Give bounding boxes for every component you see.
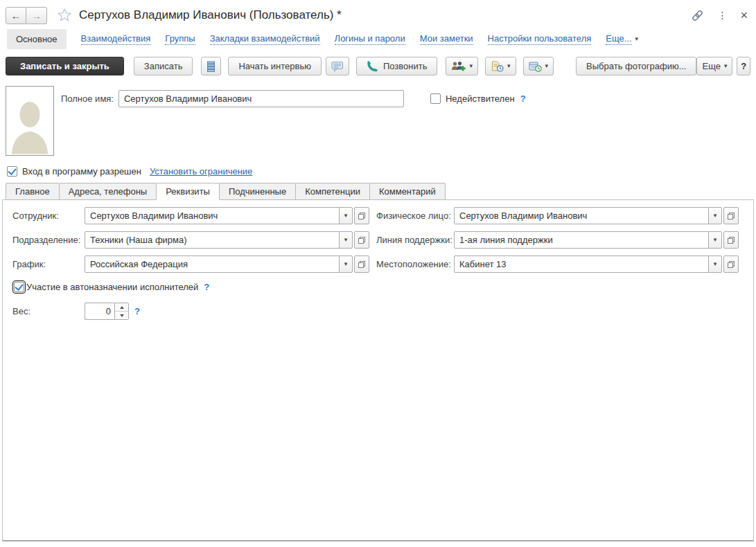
nav-item-logins-passwords[interactable]: Логины и пароли (335, 33, 405, 45)
detail-tabs: Главное Адреса, телефоны Реквизиты Подчи… (6, 183, 756, 200)
individual-open-button[interactable] (723, 207, 739, 224)
page-title: Сертухов Владимир Иванович (Пользователь… (79, 8, 342, 22)
support-line-input[interactable] (454, 231, 709, 249)
department-open-button[interactable] (354, 231, 369, 249)
save-and-close-button[interactable]: Записать и закрыть (6, 57, 124, 75)
employee-label: Сотрудник: (12, 210, 85, 221)
tab-addresses-phones[interactable]: Адреса, телефоны (59, 183, 157, 200)
chevron-down-icon: ▾ (714, 237, 717, 243)
nav-more-menu[interactable]: Еще... ▾ (606, 33, 638, 45)
interaction-list-menu-button[interactable]: ▾ (523, 57, 554, 75)
tab-comment[interactable]: Комментарий (369, 183, 446, 200)
command-bar: Записать и закрыть Записать Начать интер… (0, 50, 756, 81)
individual-input[interactable] (454, 207, 709, 224)
auto-assign-label: Участие в автоназначении исполнителей (26, 282, 198, 292)
show-in-list-button[interactable] (201, 57, 221, 75)
schedule-open-button[interactable] (354, 255, 369, 273)
weight-row: Вес: ? (12, 303, 744, 320)
window-menu-icon[interactable]: ⋮ (717, 10, 727, 20)
open-icon (358, 261, 365, 268)
triangle-up-icon (120, 306, 124, 309)
employee-select-button[interactable]: ▾ (339, 207, 353, 224)
photo-placeholder[interactable] (6, 86, 54, 156)
back-icon: ← (11, 10, 21, 21)
weight-input[interactable] (85, 303, 114, 320)
set-restriction-link[interactable]: Установить ограничение (150, 166, 252, 177)
auto-assign-checkbox[interactable] (14, 282, 24, 292)
favorite-star-icon[interactable] (57, 8, 72, 23)
open-icon (728, 213, 735, 219)
close-icon[interactable]: × (740, 9, 748, 21)
stepper-up-button[interactable] (115, 303, 128, 312)
requisites-panel: Сотрудник: ▾ Физическое лицо: ▾ Подразде… (2, 199, 754, 541)
start-interview-button[interactable]: Начать интервью (228, 57, 322, 75)
nav-item-interactions[interactable]: Взаимодействия (81, 33, 151, 45)
department-input[interactable] (85, 231, 340, 249)
full-name-input[interactable] (118, 90, 404, 107)
department-label: Подразделение: (12, 235, 85, 245)
help-button[interactable]: ? (737, 57, 750, 75)
nav-item-main[interactable]: Основное (7, 29, 67, 49)
form-row: График: ▾ Местоположение: ▾ (12, 255, 744, 273)
individual-select-button[interactable]: ▾ (708, 207, 722, 224)
schedule-select-button[interactable]: ▾ (339, 255, 353, 273)
open-icon (358, 237, 365, 244)
auto-assign-help-icon[interactable]: ? (204, 282, 209, 292)
forward-button[interactable]: → (26, 7, 47, 24)
triangle-down-icon (120, 314, 124, 317)
invalid-help-icon[interactable]: ? (520, 93, 526, 104)
nav-item-user-settings[interactable]: Настройки пользователя (488, 33, 592, 45)
add-user-menu-button[interactable]: ▾ (446, 57, 478, 75)
open-icon (728, 237, 735, 244)
invalid-checkbox-label: Недействителен (446, 93, 515, 104)
weight-help-icon[interactable]: ? (134, 306, 140, 316)
location-input[interactable] (454, 255, 709, 273)
tab-requisites[interactable]: Реквизиты (156, 183, 220, 200)
chevron-down-icon: ▾ (469, 63, 473, 69)
employee-open-button[interactable] (354, 207, 369, 224)
chevron-down-icon: ▾ (714, 213, 717, 219)
individual-label: Физическое лицо: (376, 210, 454, 221)
login-allowed-checkbox[interactable] (7, 166, 17, 177)
nav-item-interaction-bookmarks[interactable]: Закладки взаимодействий (210, 33, 320, 45)
employee-input[interactable] (85, 207, 340, 224)
nav-item-my-notes[interactable]: Мои заметки (420, 33, 473, 45)
open-icon (728, 261, 735, 268)
tab-main[interactable]: Главное (6, 183, 60, 200)
tab-subordinates[interactable]: Подчиненные (219, 183, 296, 200)
history-nav: ← → (6, 7, 47, 24)
save-button[interactable]: Записать (134, 57, 193, 75)
discussion-button[interactable] (326, 57, 349, 75)
support-line-open-button[interactable] (723, 231, 739, 249)
stepper-down-button[interactable] (115, 312, 128, 319)
auto-assign-row: Участие в автоназначении исполнителей ? (14, 282, 744, 292)
call-button[interactable]: Позвонить (356, 57, 438, 75)
person-silhouette-icon (10, 96, 50, 155)
invalid-checkbox[interactable] (430, 93, 441, 104)
document-clock-icon (491, 61, 504, 72)
copy-link-icon[interactable] (691, 9, 704, 22)
schedule-input[interactable] (85, 255, 340, 273)
chevron-down-icon: ▾ (635, 36, 639, 42)
location-open-button[interactable] (723, 255, 739, 273)
more-actions-button[interactable]: Еще ▾ (696, 57, 732, 75)
planned-interaction-menu-button[interactable]: ▾ (485, 57, 516, 75)
full-name-label: Полное имя: (61, 93, 114, 104)
phone-icon (367, 61, 378, 72)
login-allowed-label: Вход в программу разрешен (22, 166, 141, 177)
nav-more-label: Еще... (606, 33, 631, 45)
call-button-label: Позвонить (383, 61, 428, 71)
support-line-select-button[interactable]: ▾ (708, 231, 722, 249)
location-select-button[interactable]: ▾ (708, 255, 722, 273)
weight-stepper (114, 303, 129, 320)
choose-photo-button[interactable]: Выбрать фотографию... (576, 57, 696, 75)
back-button[interactable]: ← (6, 7, 26, 24)
nav-item-groups[interactable]: Группы (165, 33, 195, 45)
list-icon (206, 61, 216, 72)
tab-competencies[interactable]: Компетенции (295, 183, 370, 200)
list-clock-icon (529, 61, 542, 72)
support-line-label: Линия поддержки: (376, 235, 454, 245)
chevron-down-icon: ▾ (344, 261, 348, 267)
location-label: Местоположение: (376, 259, 454, 269)
department-select-button[interactable]: ▾ (339, 231, 353, 249)
